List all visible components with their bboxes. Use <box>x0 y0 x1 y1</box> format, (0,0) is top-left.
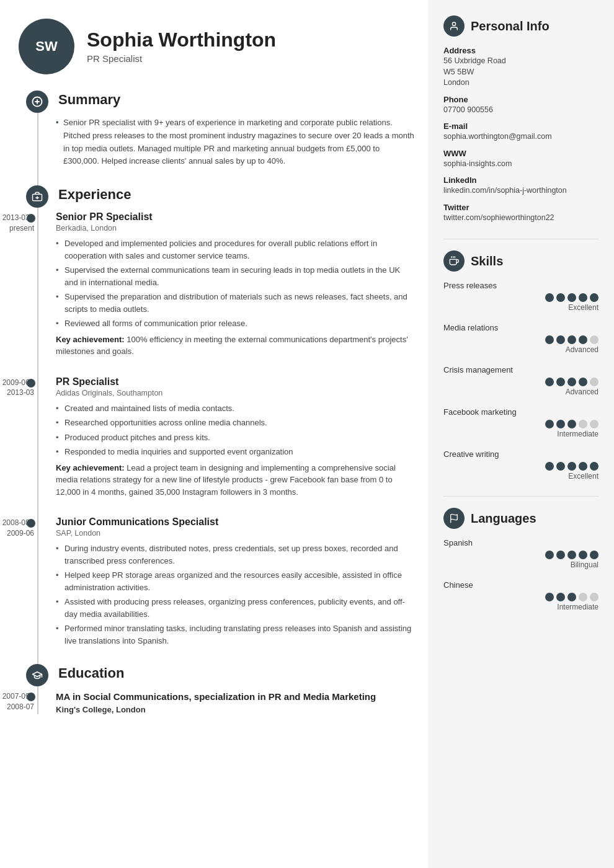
skill-dots-3 <box>443 378 598 386</box>
dot <box>579 462 587 471</box>
lang-name-2: Chinese <box>443 580 598 590</box>
exp-bullets-3: During industry events, distributed note… <box>56 542 416 647</box>
lang-spanish: Spanish Bilingual <box>443 538 598 569</box>
experience-title: Experience <box>58 187 131 203</box>
dot <box>545 593 554 601</box>
personal-info-title: Personal Info <box>471 19 549 33</box>
divider-2 <box>443 496 598 497</box>
exp-bullet-1-3: Supervised the preparation and distribut… <box>56 291 416 315</box>
email-block: E-mail sophia.worthington@gmail.com <box>443 122 598 143</box>
exp-title-3: Junior Communications Specialist <box>56 516 416 528</box>
education-section: Education 2007-09 -2008-07 MA in Social … <box>56 665 416 714</box>
summary-icon <box>26 91 48 113</box>
dot <box>590 462 598 471</box>
experience-header: Experience <box>56 187 416 203</box>
dot <box>590 593 598 601</box>
exp-bullet-1-1: Developed and implemented policies and p… <box>56 237 416 262</box>
skill-media-relations: Media relations Advanced <box>443 323 598 354</box>
email-value: sophia.worthington@gmail.com <box>443 131 598 143</box>
exp-bullets-2: Created and maintained lists of media co… <box>56 402 416 458</box>
lang-level-1: Bilingual <box>443 560 598 569</box>
www-label: WWW <box>443 149 598 158</box>
dot <box>556 335 565 344</box>
address-line3: London <box>443 78 598 89</box>
exp-bullet-3-3: Assisted with producing press releases, … <box>56 596 416 620</box>
exp-company-1: Berkadia, London <box>56 224 416 232</box>
education-header: Education <box>56 665 416 681</box>
lang-chinese: Chinese Intermediate <box>443 580 598 611</box>
phone-block: Phone 07700 900556 <box>443 95 598 116</box>
skill-name-1: Press releases <box>443 281 598 290</box>
summary-title: Summary <box>58 92 120 108</box>
skill-level-1: Excellent <box>443 303 598 312</box>
skill-dots-2 <box>443 335 598 344</box>
exp-dot-2 <box>27 379 35 388</box>
dot <box>545 462 554 471</box>
skill-facebook-marketing: Facebook marketing Intermediate <box>443 407 598 438</box>
dot <box>590 378 598 386</box>
dot <box>567 593 576 601</box>
dot <box>590 293 598 302</box>
exp-bullet-2-3: Produced product pitches and press kits. <box>56 432 416 444</box>
skill-name-5: Creative writing <box>443 450 598 459</box>
lang-name-1: Spanish <box>443 538 598 547</box>
summary-section: Summary Senior PR specialist with 9+ yea… <box>56 92 416 168</box>
dot <box>567 378 576 386</box>
personal-info-header: Personal Info <box>443 16 598 37</box>
exp-bullet-3-4: Performed minor translating tasks, inclu… <box>56 622 416 647</box>
exp-achievement-2: Key achievement: Lead a project team in … <box>56 462 416 498</box>
skill-press-releases: Press releases Excellent <box>443 281 598 312</box>
dot <box>567 551 576 559</box>
twitter-label: Twitter <box>443 203 598 212</box>
edu-entry-1: 2007-09 -2008-07 MA in Social Communicat… <box>56 690 416 714</box>
address-line1: 56 Uxbridge Road <box>443 56 598 67</box>
personal-info-section: Personal Info Address 56 Uxbridge Road W… <box>443 16 598 223</box>
left-column: SW Sophia Worthington PR Specialist <box>0 0 428 868</box>
exp-bullet-3-2: Helped keep PR storage areas organized a… <box>56 569 416 593</box>
exp-title-1: Senior PR Specialist <box>56 211 416 223</box>
languages-section: Languages Spanish Bilingual Chinese <box>443 508 598 611</box>
dot <box>579 420 587 428</box>
education-icon <box>26 664 48 686</box>
right-column: Personal Info Address 56 Uxbridge Road W… <box>428 0 614 868</box>
skill-level-2: Advanced <box>443 345 598 354</box>
skill-name-2: Media relations <box>443 323 598 332</box>
dot <box>579 593 587 601</box>
dot <box>579 293 587 302</box>
education-title: Education <box>58 665 124 681</box>
timeline: Summary Senior PR specialist with 9+ yea… <box>19 92 416 714</box>
personal-info-icon <box>443 16 465 37</box>
exp-entry-1: 2013-03 -present Senior PR Specialist Be… <box>56 211 416 358</box>
skills-title: Skills <box>471 254 503 268</box>
exp-title-2: PR Specialist <box>56 376 416 388</box>
dot <box>579 378 587 386</box>
dot <box>556 551 565 559</box>
skill-dots-5 <box>443 462 598 471</box>
skill-dots-4 <box>443 420 598 428</box>
address-block: Address 56 Uxbridge Road W5 5BW London <box>443 46 598 89</box>
skill-name-4: Facebook marketing <box>443 407 598 417</box>
languages-title: Languages <box>471 512 536 526</box>
address-label: Address <box>443 46 598 55</box>
resume-page: SW Sophia Worthington PR Specialist <box>0 0 614 868</box>
skill-crisis-management: Crisis management Advanced <box>443 365 598 396</box>
dot <box>590 420 598 428</box>
dot <box>556 462 565 471</box>
exp-bullet-2-4: Responded to media inquiries and support… <box>56 446 416 458</box>
skill-dots-1 <box>443 293 598 302</box>
summary-header: Summary <box>56 92 416 108</box>
dot <box>556 593 565 601</box>
dot <box>556 378 565 386</box>
header-info: Sophia Worthington PR Specialist <box>87 29 276 64</box>
address-line2: W5 5BW <box>443 67 598 78</box>
phone-value: 07700 900556 <box>443 105 598 116</box>
dot <box>545 293 554 302</box>
exp-bullet-2-2: Researched opportunities across online m… <box>56 417 416 429</box>
dot <box>567 293 576 302</box>
header: SW Sophia Worthington PR Specialist <box>19 19 416 74</box>
exp-entry-2: 2009-06 -2013-03 PR Specialist Adidas Or… <box>56 376 416 498</box>
dot <box>545 335 554 344</box>
lang-dots-2 <box>443 593 598 601</box>
dot <box>556 420 565 428</box>
exp-entry-3: 2008-08 -2009-06 Junior Communications S… <box>56 516 416 647</box>
